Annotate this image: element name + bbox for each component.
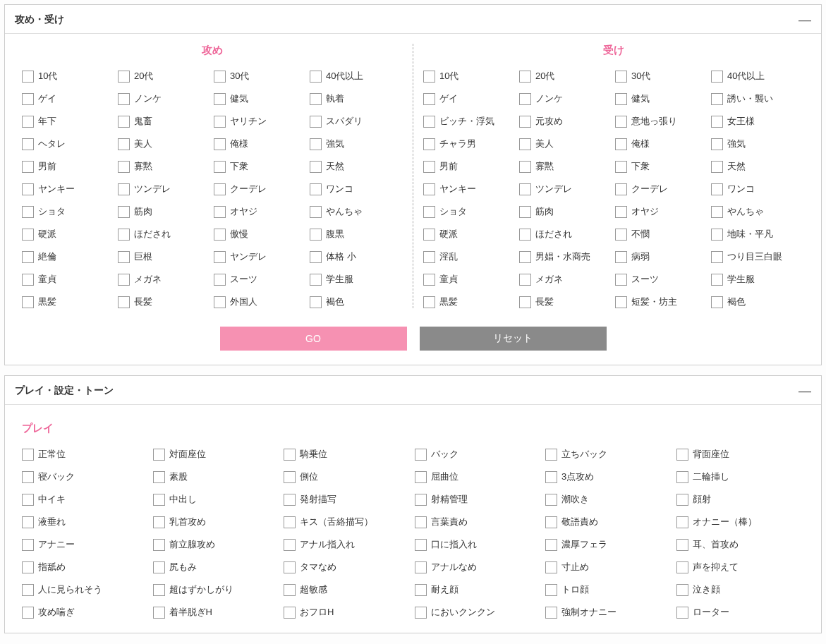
checkbox-play-23[interactable]: オナニー（棒） bbox=[676, 516, 805, 528]
checkbox-seme-26[interactable]: オヤジ bbox=[214, 205, 307, 218]
checkbox-uke-39[interactable]: 学生服 bbox=[711, 273, 804, 286]
checkbox-uke-12[interactable]: チャラ男 bbox=[423, 138, 516, 150]
checkbox-seme-38[interactable]: スーツ bbox=[214, 273, 307, 286]
checkbox-uke-40[interactable]: 黒髪 bbox=[423, 296, 516, 308]
checkbox-play-22[interactable]: 敬語責め bbox=[545, 516, 674, 528]
checkbox-uke-29[interactable]: ほだされ bbox=[519, 228, 612, 241]
checkbox-play-47[interactable]: ローター bbox=[676, 606, 805, 619]
checkbox-uke-4[interactable]: ゲイ bbox=[423, 92, 516, 105]
checkbox-seme-30[interactable]: 傲慢 bbox=[214, 228, 307, 241]
checkbox-uke-33[interactable]: 男娼・水商売 bbox=[519, 250, 612, 263]
checkbox-uke-32[interactable]: 淫乱 bbox=[423, 250, 516, 263]
checkbox-play-39[interactable]: 耐え顔 bbox=[415, 583, 543, 596]
checkbox-uke-30[interactable]: 不憫 bbox=[615, 228, 708, 241]
checkbox-seme-41[interactable]: 長髪 bbox=[118, 296, 211, 308]
checkbox-uke-11[interactable]: 女王様 bbox=[711, 115, 804, 128]
checkbox-seme-27[interactable]: やんちゃ bbox=[310, 205, 403, 218]
checkbox-play-46[interactable]: 強制オナニー bbox=[545, 606, 674, 619]
checkbox-seme-40[interactable]: 黒髪 bbox=[22, 296, 115, 308]
checkbox-seme-25[interactable]: 筋肉 bbox=[118, 205, 211, 218]
checkbox-seme-19[interactable]: 天然 bbox=[310, 160, 403, 173]
checkbox-uke-2[interactable]: 30代 bbox=[615, 70, 708, 83]
checkbox-play-12[interactable]: 中イキ bbox=[22, 493, 150, 506]
checkbox-seme-23[interactable]: ワンコ bbox=[310, 183, 403, 195]
checkbox-play-26[interactable]: アナル指入れ bbox=[284, 538, 412, 551]
checkbox-uke-20[interactable]: ヤンキー bbox=[423, 183, 516, 195]
checkbox-seme-10[interactable]: ヤリチン bbox=[214, 115, 307, 128]
checkbox-uke-16[interactable]: 男前 bbox=[423, 160, 516, 173]
checkbox-uke-35[interactable]: つり目三白眼 bbox=[711, 250, 804, 263]
checkbox-seme-5[interactable]: ノンケ bbox=[118, 92, 211, 105]
checkbox-play-27[interactable]: 口に指入れ bbox=[415, 538, 543, 551]
checkbox-play-42[interactable]: 攻め喘ぎ bbox=[22, 606, 150, 619]
checkbox-play-2[interactable]: 騎乗位 bbox=[284, 448, 412, 461]
checkbox-seme-18[interactable]: 下衆 bbox=[214, 160, 307, 173]
checkbox-play-44[interactable]: おフロH bbox=[284, 606, 412, 619]
checkbox-seme-21[interactable]: ツンデレ bbox=[118, 183, 211, 195]
checkbox-seme-34[interactable]: ヤンデレ bbox=[214, 250, 307, 263]
checkbox-uke-15[interactable]: 強気 bbox=[711, 138, 804, 150]
checkbox-play-4[interactable]: 立ちバック bbox=[545, 448, 674, 461]
checkbox-uke-8[interactable]: ビッチ・浮気 bbox=[423, 115, 516, 128]
checkbox-uke-38[interactable]: スーツ bbox=[615, 273, 708, 286]
collapse-icon[interactable]: — bbox=[798, 13, 811, 26]
checkbox-play-1[interactable]: 対面座位 bbox=[153, 448, 281, 461]
checkbox-play-33[interactable]: アナルなめ bbox=[415, 561, 543, 573]
checkbox-uke-36[interactable]: 童貞 bbox=[423, 273, 516, 286]
checkbox-play-6[interactable]: 寝バック bbox=[22, 470, 150, 483]
collapse-icon[interactable]: — bbox=[798, 384, 811, 397]
checkbox-play-19[interactable]: 乳首攻め bbox=[153, 516, 281, 528]
checkbox-seme-0[interactable]: 10代 bbox=[22, 70, 115, 83]
checkbox-play-30[interactable]: 指舐め bbox=[22, 561, 150, 573]
checkbox-seme-6[interactable]: 健気 bbox=[214, 92, 307, 105]
panel-header-seme-uke[interactable]: 攻め・受け — bbox=[5, 5, 821, 34]
checkbox-seme-37[interactable]: メガネ bbox=[118, 273, 211, 286]
checkbox-seme-33[interactable]: 巨根 bbox=[118, 250, 211, 263]
checkbox-seme-9[interactable]: 鬼畜 bbox=[118, 115, 211, 128]
checkbox-play-34[interactable]: 寸止め bbox=[545, 561, 674, 573]
checkbox-seme-29[interactable]: ほだされ bbox=[118, 228, 211, 241]
checkbox-play-15[interactable]: 射精管理 bbox=[415, 493, 543, 506]
checkbox-seme-16[interactable]: 男前 bbox=[22, 160, 115, 173]
checkbox-play-8[interactable]: 側位 bbox=[284, 470, 412, 483]
checkbox-play-18[interactable]: 液垂れ bbox=[22, 516, 150, 528]
checkbox-uke-43[interactable]: 褐色 bbox=[711, 296, 804, 308]
go-button[interactable]: GO bbox=[220, 327, 407, 351]
checkbox-seme-39[interactable]: 学生服 bbox=[310, 273, 403, 286]
checkbox-uke-0[interactable]: 10代 bbox=[423, 70, 516, 83]
checkbox-uke-42[interactable]: 短髪・坊主 bbox=[615, 296, 708, 308]
checkbox-uke-9[interactable]: 元攻め bbox=[519, 115, 612, 128]
checkbox-uke-17[interactable]: 寡黙 bbox=[519, 160, 612, 173]
checkbox-play-40[interactable]: トロ顔 bbox=[545, 583, 674, 596]
checkbox-uke-3[interactable]: 40代以上 bbox=[711, 70, 804, 83]
checkbox-seme-14[interactable]: 俺様 bbox=[214, 138, 307, 150]
checkbox-uke-24[interactable]: ショタ bbox=[423, 205, 516, 218]
checkbox-uke-41[interactable]: 長髪 bbox=[519, 296, 612, 308]
checkbox-play-24[interactable]: アナニー bbox=[22, 538, 150, 551]
checkbox-play-21[interactable]: 言葉責め bbox=[415, 516, 543, 528]
checkbox-play-28[interactable]: 濃厚フェラ bbox=[545, 538, 674, 551]
checkbox-play-16[interactable]: 潮吹き bbox=[545, 493, 674, 506]
checkbox-seme-15[interactable]: 強気 bbox=[310, 138, 403, 150]
checkbox-play-20[interactable]: キス（舌絡描写） bbox=[284, 516, 412, 528]
checkbox-uke-21[interactable]: ツンデレ bbox=[519, 183, 612, 195]
checkbox-uke-27[interactable]: やんちゃ bbox=[711, 205, 804, 218]
checkbox-seme-36[interactable]: 童貞 bbox=[22, 273, 115, 286]
checkbox-seme-2[interactable]: 30代 bbox=[214, 70, 307, 83]
checkbox-play-7[interactable]: 素股 bbox=[153, 470, 281, 483]
checkbox-play-25[interactable]: 前立腺攻め bbox=[153, 538, 281, 551]
checkbox-seme-20[interactable]: ヤンキー bbox=[22, 183, 115, 195]
checkbox-seme-43[interactable]: 褐色 bbox=[310, 296, 403, 308]
checkbox-uke-19[interactable]: 天然 bbox=[711, 160, 804, 173]
checkbox-seme-32[interactable]: 絶倫 bbox=[22, 250, 115, 263]
checkbox-uke-25[interactable]: 筋肉 bbox=[519, 205, 612, 218]
checkbox-uke-23[interactable]: ワンコ bbox=[711, 183, 804, 195]
checkbox-seme-31[interactable]: 腹黒 bbox=[310, 228, 403, 241]
checkbox-uke-34[interactable]: 病弱 bbox=[615, 250, 708, 263]
checkbox-play-43[interactable]: 着半脱ぎH bbox=[153, 606, 281, 619]
checkbox-uke-1[interactable]: 20代 bbox=[519, 70, 612, 83]
checkbox-play-3[interactable]: バック bbox=[415, 448, 543, 461]
checkbox-play-11[interactable]: 二輪挿し bbox=[676, 470, 805, 483]
checkbox-play-5[interactable]: 背面座位 bbox=[676, 448, 805, 461]
checkbox-seme-7[interactable]: 執着 bbox=[310, 92, 403, 105]
